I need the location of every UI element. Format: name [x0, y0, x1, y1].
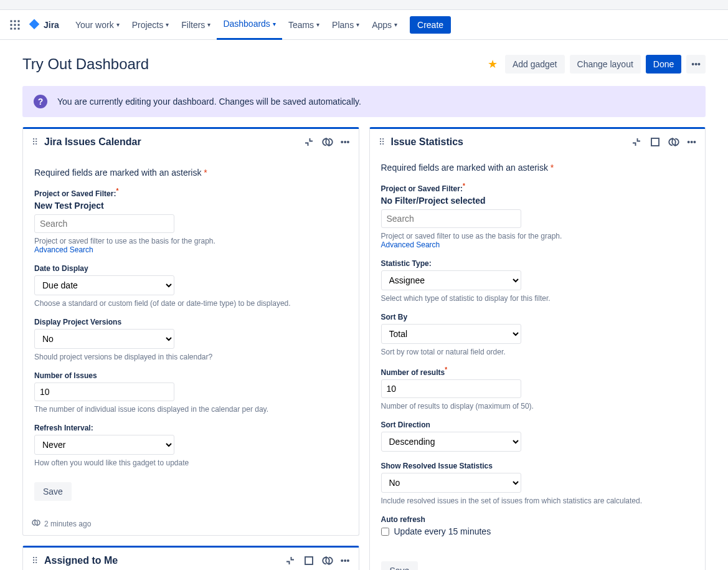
more-actions-button[interactable]: ••• [686, 55, 706, 74]
stat-type-select[interactable]: Assignee [381, 270, 521, 290]
date-display-select[interactable]: Due date [34, 275, 174, 295]
advanced-search-link[interactable]: Advanced Search [381, 240, 694, 249]
header-actions: ★ Add gadget Change layout Done ••• [488, 55, 706, 74]
svg-rect-5 [18, 24, 20, 26]
project-filter-label: Project or Saved Filter:* [381, 183, 694, 193]
star-icon[interactable]: ★ [488, 57, 498, 71]
drag-handle-icon[interactable]: ⠿ [379, 137, 385, 147]
refresh-label: Refresh Interval: [34, 424, 347, 432]
gadget-issue-statistics: ⠿ Issue Statistics ••• Required fields a… [369, 127, 706, 570]
project-search-input[interactable] [34, 214, 174, 233]
auto-refresh-label: Auto refresh [381, 515, 694, 524]
project-filter-help: Project or saved filter to use as the ba… [34, 237, 347, 245]
refresh-icon[interactable] [668, 136, 679, 148]
chevron-down-icon: ▾ [207, 21, 210, 28]
maximize-icon[interactable] [650, 136, 661, 148]
gadget-title: Issue Statistics [391, 136, 464, 148]
minimize-icon[interactable] [303, 136, 314, 148]
jira-logo[interactable]: Jira [27, 18, 59, 32]
versions-help: Should project versions be displayed in … [34, 353, 347, 361]
chevron-down-icon: ▾ [394, 21, 397, 28]
chevron-down-icon: ▾ [356, 21, 359, 28]
nav-item-filters[interactable]: Filters▾ [175, 10, 217, 40]
svg-rect-7 [14, 27, 16, 29]
num-results-input[interactable] [381, 379, 521, 398]
nav-item-your-work[interactable]: Your work▾ [69, 10, 126, 40]
gadget-title: Jira Issues Calendar [44, 136, 141, 148]
svg-rect-6 [11, 27, 12, 29]
gadget-jira-issues-calendar: ⠿ Jira Issues Calendar ••• Required fiel… [22, 127, 359, 536]
more-icon[interactable]: ••• [341, 137, 350, 147]
refresh-small-icon[interactable] [32, 518, 40, 529]
minimize-icon[interactable] [285, 555, 296, 566]
change-layout-button[interactable]: Change layout [570, 55, 641, 74]
sort-dir-label: Sort Direction [381, 420, 694, 429]
dashboard-grid: ⠿ Jira Issues Calendar ••• Required fiel… [0, 127, 728, 570]
minimize-icon[interactable] [631, 136, 642, 148]
navbar: Jira Your work▾Projects▾Filters▾Dashboar… [0, 10, 728, 40]
drag-handle-icon[interactable]: ⠿ [32, 137, 38, 147]
num-issues-label: Number of Issues [34, 371, 347, 380]
svg-rect-2 [18, 20, 20, 22]
sort-by-select[interactable]: Total [381, 324, 521, 344]
num-issues-input[interactable] [34, 382, 174, 401]
num-results-help: Number of results to display (maximum of… [381, 402, 694, 411]
date-display-help: Choose a standard or custom field (of da… [34, 299, 347, 308]
svg-rect-4 [14, 24, 16, 26]
stat-type-help: Select which type of statistic to displa… [381, 294, 694, 303]
auto-refresh-checkbox-label: Update every 15 minutes [394, 526, 491, 536]
more-icon[interactable]: ••• [341, 556, 350, 566]
resolved-help: Include resolved issues in the set of is… [381, 496, 694, 505]
top-blank-bar [0, 0, 728, 10]
nav-item-plans[interactable]: Plans▾ [326, 10, 366, 40]
more-icon: ••• [691, 59, 701, 69]
nav-item-projects[interactable]: Projects▾ [126, 10, 176, 40]
auto-refresh-checkbox[interactable] [381, 528, 389, 536]
page-title: Try Out Dashboard [22, 55, 149, 73]
svg-rect-0 [11, 20, 12, 22]
versions-label: Display Project Versions [34, 318, 347, 326]
chevron-down-icon: ▾ [316, 21, 319, 28]
nav-item-apps[interactable]: Apps▾ [366, 10, 404, 40]
gadget-assigned-to-me: ⠿ Assigned to Me ••• [22, 546, 359, 570]
chevron-down-icon: ▾ [273, 21, 276, 27]
create-button[interactable]: Create [410, 16, 451, 34]
versions-select[interactable]: No [34, 329, 174, 349]
save-button[interactable]: Save [34, 482, 72, 501]
sort-by-label: Sort By [381, 313, 694, 321]
project-search-input[interactable] [381, 209, 521, 228]
resolved-select[interactable]: No [381, 473, 521, 493]
chevron-down-icon: ▾ [166, 21, 169, 28]
footer-timestamp: 2 minutes ago [44, 520, 91, 528]
more-icon[interactable]: ••• [687, 137, 696, 147]
refresh-icon[interactable] [322, 555, 333, 566]
add-gadget-button[interactable]: Add gadget [505, 55, 565, 74]
num-issues-help: The number of individual issue icons dis… [34, 405, 347, 414]
svg-rect-10 [651, 138, 659, 146]
project-filter-value: No Filter/Project selected [381, 196, 694, 206]
info-icon: ? [34, 95, 47, 108]
done-button[interactable]: Done [646, 55, 681, 74]
refresh-help: How often you would like this gadget to … [34, 458, 347, 467]
save-button[interactable]: Save [381, 561, 418, 570]
svg-rect-9 [305, 557, 313, 564]
app-switcher-icon[interactable] [7, 17, 22, 32]
sort-by-help: Sort by row total or natural field order… [381, 348, 694, 356]
svg-rect-1 [14, 20, 16, 22]
refresh-select[interactable]: Never [34, 435, 174, 455]
banner-text: You are currently editing your dashboard… [57, 97, 361, 107]
dashboard-column-2: ⠿ Issue Statistics ••• Required fields a… [369, 127, 706, 570]
svg-rect-3 [11, 24, 12, 26]
advanced-search-link[interactable]: Advanced Search [34, 245, 347, 254]
nav-item-dashboards[interactable]: Dashboards▾ [217, 10, 282, 40]
info-banner: ? You are currently editing your dashboa… [22, 86, 706, 117]
project-filter-value: New Test Project [34, 201, 347, 211]
drag-handle-icon[interactable]: ⠿ [32, 556, 38, 566]
nav-item-teams[interactable]: Teams▾ [282, 10, 326, 40]
page-header: Try Out Dashboard ★ Add gadget Change la… [0, 40, 728, 81]
project-filter-help: Project or saved filter to use as the ba… [381, 232, 694, 240]
stat-type-label: Statistic Type: [381, 259, 694, 268]
maximize-icon[interactable] [303, 555, 314, 566]
refresh-icon[interactable] [322, 136, 333, 148]
sort-dir-select[interactable]: Descending [381, 432, 521, 452]
